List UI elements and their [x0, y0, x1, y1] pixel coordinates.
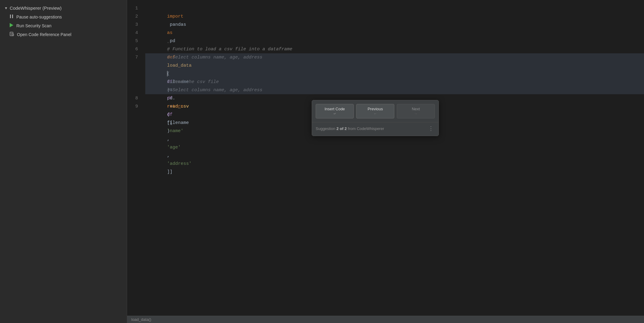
code-line-7d: df = df [[ 'name' , 'age' , 'address' ]]: [145, 78, 644, 86]
code-token: df: [167, 112, 172, 117]
insert-code-button[interactable]: Insert Code ↵: [316, 104, 354, 118]
code-line-6: def load_data ( filename ):: [145, 45, 644, 53]
sidebar-item-scan-label: Run Security Scan: [16, 23, 51, 28]
line-numbers: 1 2 3 4 5 6 7 8 9: [127, 0, 142, 316]
svg-rect-1: [12, 15, 13, 18]
previous-shortcut: ←: [374, 112, 377, 115]
insert-code-shortcut: ↵: [334, 112, 336, 116]
suggestion-popup: Insert Code ↵ Previous ← Next → Suggesti: [312, 100, 439, 136]
next-button[interactable]: Next →: [397, 104, 435, 118]
sidebar-item-pause-label: Pause auto-suggestions: [16, 15, 62, 19]
suggestion-source: from CodeWhisperer: [348, 126, 384, 131]
line-num-8: 8: [127, 94, 138, 102]
code-line-7: # Read the csv file: [145, 53, 644, 62]
suggestion-footer: Suggestion 2 of 2 from CodeWhisperer ⋮: [312, 122, 439, 136]
sidebar-title-text: CodeWhisperer (Preview): [10, 5, 62, 11]
editor-area: 1 2 3 4 5 6 7 8 9 import pandas as pd: [127, 0, 644, 323]
line-num-6: 6: [127, 45, 138, 53]
code-token: 'address': [167, 161, 192, 166]
status-text: load_data(): [131, 317, 151, 322]
suggestion-info: Suggestion 2 of 2 from CodeWhisperer: [316, 125, 384, 132]
code-token: 'name': [167, 128, 183, 134]
line-num-9: 9: [127, 102, 138, 111]
status-bar: load_data(): [127, 316, 644, 323]
line-num-2: 2: [127, 12, 138, 21]
code-line-2: [145, 12, 644, 21]
chevron-icon: ▼: [4, 6, 8, 10]
code-token: 'age': [167, 145, 181, 150]
code-token: ]]: [167, 169, 172, 175]
code-token: ,: [167, 137, 172, 142]
line-num-7e: [127, 86, 138, 94]
play-icon: [10, 23, 13, 28]
line-num-7: 7: [127, 53, 138, 62]
code-line-4: ▿ # Function to load a csv file into a d…: [145, 29, 644, 37]
line-num-7b: [127, 62, 138, 70]
sidebar-item-scan[interactable]: Run Security Scan: [0, 21, 127, 30]
suggestion-label: Suggestion: [316, 126, 335, 131]
code-line-1: import pandas as pd: [145, 4, 644, 12]
next-label: Next: [412, 107, 420, 111]
line-num-1: 1: [127, 4, 138, 12]
previous-button[interactable]: Previous ←: [356, 104, 394, 118]
insert-code-label: Insert Code: [324, 107, 345, 111]
sidebar-item-pause[interactable]: Pause auto-suggestions: [0, 12, 127, 21]
ref-icon: ↗: [10, 32, 14, 37]
svg-rect-0: [10, 15, 11, 18]
line-num-7c: [127, 70, 138, 78]
sidebar-item-ref-label: Open Code Reference Panel: [17, 32, 71, 37]
line-num-5: 5: [127, 37, 138, 45]
line-num-7d: [127, 78, 138, 86]
line-num-4: 4: [127, 29, 138, 37]
pause-icon: [10, 14, 13, 19]
svg-marker-2: [10, 23, 13, 27]
code-line-7b: df = pd. read_csv ( filename ): [145, 62, 644, 70]
next-shortcut: →: [414, 112, 418, 115]
code-line-7c: # Select columns name, age, address: [145, 70, 644, 78]
code-container: 1 2 3 4 5 6 7 8 9 import pandas as pd: [127, 0, 644, 316]
more-options-button[interactable]: ⋮: [427, 124, 435, 133]
svg-text:↗: ↗: [12, 34, 14, 36]
sidebar-item-ref[interactable]: ↗ Open Code Reference Panel: [0, 30, 127, 39]
suggestion-count: 2 of 2: [337, 126, 347, 131]
code-line-7e: return df: [145, 86, 644, 94]
code-token: ,: [167, 153, 172, 158]
suggestion-buttons-container: Insert Code ↵ Previous ← Next →: [312, 100, 439, 122]
line-num-3: 3: [127, 21, 138, 29]
code-line-3: [145, 21, 644, 29]
code-content[interactable]: import pandas as pd ▿ # Function to load…: [142, 0, 644, 316]
sidebar: ▼ CodeWhisperer (Preview) Pause auto-sug…: [0, 0, 127, 323]
previous-label: Previous: [368, 107, 383, 111]
code-line-5: ▿ # Select columns name, age, address: [145, 37, 644, 45]
sidebar-title: ▼ CodeWhisperer (Preview): [0, 4, 127, 12]
